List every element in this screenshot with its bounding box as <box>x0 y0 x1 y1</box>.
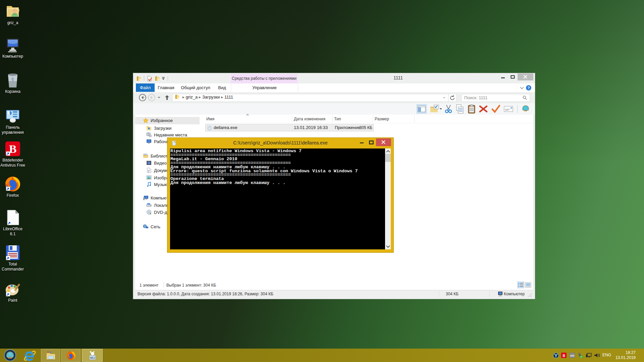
svg-text:vm: vm <box>570 354 574 357</box>
svg-text:B: B <box>9 143 17 155</box>
svg-text:B: B <box>562 353 565 358</box>
svg-text:MLI: MLI <box>90 356 95 359</box>
svg-text:?: ? <box>528 86 530 90</box>
